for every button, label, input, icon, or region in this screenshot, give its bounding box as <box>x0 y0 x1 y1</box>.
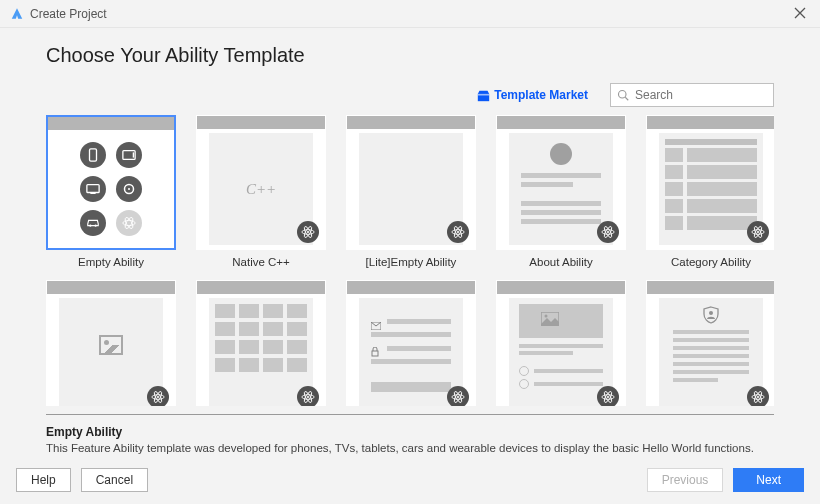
close-icon[interactable] <box>790 6 810 22</box>
svg-point-13 <box>123 220 135 225</box>
store-icon <box>477 89 490 102</box>
svg-point-35 <box>157 396 159 398</box>
template-card-9[interactable] <box>496 280 626 406</box>
svg-point-52 <box>709 311 713 315</box>
cpp-glyph: C++ <box>246 181 276 198</box>
shield-user-icon <box>702 306 720 324</box>
svg-rect-7 <box>87 185 99 193</box>
template-card-about[interactable] <box>496 115 626 250</box>
tablet-icon <box>116 142 142 168</box>
description-text: This Feature Ability template was develo… <box>46 442 774 454</box>
atomic-badge-icon <box>597 386 619 406</box>
svg-point-56 <box>757 396 759 398</box>
atomic-badge-icon <box>447 221 469 243</box>
atomic-badge-icon <box>747 386 769 406</box>
svg-point-31 <box>757 231 759 233</box>
template-label: [Lite]Empty Ability <box>366 256 457 272</box>
template-card-7[interactable] <box>196 280 326 406</box>
atomic-icon <box>116 210 142 236</box>
svg-point-11 <box>89 225 91 227</box>
svg-line-3 <box>625 97 628 100</box>
template-label: Native C++ <box>232 256 290 272</box>
phone-icon <box>80 142 106 168</box>
window-title: Create Project <box>30 7 107 21</box>
template-market-link[interactable]: Template Market <box>477 88 588 102</box>
mail-icon <box>371 316 381 326</box>
lock-icon <box>371 343 381 353</box>
atomic-badge-icon <box>447 386 469 406</box>
svg-point-19 <box>307 231 309 233</box>
svg-point-10 <box>128 188 130 190</box>
atomic-badge-icon <box>747 221 769 243</box>
template-description: Empty Ability This Feature Ability templ… <box>46 414 774 454</box>
svg-rect-4 <box>90 149 97 161</box>
atomic-badge-icon <box>147 386 169 406</box>
template-card-native-cpp[interactable]: C++ <box>196 115 326 250</box>
cancel-button[interactable]: Cancel <box>81 468 148 492</box>
template-card-lite-empty[interactable] <box>346 115 476 250</box>
page-title: Choose Your Ability Template <box>46 44 774 67</box>
svg-point-47 <box>545 315 548 318</box>
svg-point-39 <box>307 396 309 398</box>
svg-point-51 <box>607 396 609 398</box>
svg-rect-41 <box>372 351 378 356</box>
template-card-6[interactable] <box>46 280 176 406</box>
image-icon <box>541 312 559 330</box>
svg-point-23 <box>457 231 459 233</box>
search-field[interactable] <box>635 88 785 102</box>
atomic-badge-icon <box>297 386 319 406</box>
svg-point-27 <box>607 231 609 233</box>
previous-button: Previous <box>647 468 724 492</box>
tv-icon <box>80 176 106 202</box>
description-title: Empty Ability <box>46 425 774 439</box>
template-market-label: Template Market <box>494 88 588 102</box>
watch-icon <box>116 176 142 202</box>
atomic-badge-icon <box>597 221 619 243</box>
template-label: Empty Ability <box>78 256 144 272</box>
svg-point-45 <box>457 396 459 398</box>
car-icon <box>80 210 106 236</box>
help-button[interactable]: Help <box>16 468 71 492</box>
app-logo-icon <box>10 7 24 21</box>
template-card-10[interactable] <box>646 280 774 406</box>
template-card-empty-ability[interactable] <box>46 115 176 250</box>
template-label: Category Ability <box>671 256 751 272</box>
template-label: About Ability <box>529 256 592 272</box>
template-card-category[interactable] <box>646 115 774 250</box>
button-bar: Help Cancel Previous Next <box>0 458 820 504</box>
template-grid: Empty Ability C++ Native C++ <box>46 115 774 406</box>
search-icon <box>617 89 629 101</box>
image-icon <box>99 335 123 355</box>
atomic-badge-icon <box>297 221 319 243</box>
svg-point-2 <box>619 91 627 99</box>
next-button[interactable]: Next <box>733 468 804 492</box>
svg-point-12 <box>95 225 97 227</box>
search-input[interactable] <box>610 83 774 107</box>
template-card-8[interactable] <box>346 280 476 406</box>
titlebar: Create Project <box>0 0 820 28</box>
svg-rect-1 <box>478 93 489 95</box>
